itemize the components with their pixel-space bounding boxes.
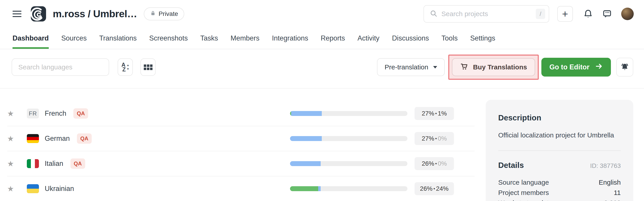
language-row-italian[interactable]: ★ Italian QA 26%•0% [7, 151, 474, 176]
dot-separator: • [435, 111, 437, 116]
pre-translation-dropdown[interactable]: Pre-translation [377, 58, 445, 76]
divider [498, 150, 621, 151]
languages-toolbar: AZ ▲▼ Pre-translation Buy Translations [0, 49, 644, 89]
grid-view-button[interactable] [140, 58, 156, 76]
tab-members[interactable]: Members [230, 28, 260, 49]
tab-integrations[interactable]: Integrations [272, 28, 308, 49]
qa-issues-badge[interactable]: QA [70, 158, 85, 169]
tab-tools[interactable]: Tools [442, 28, 458, 49]
hamburger-menu-icon[interactable] [12, 10, 22, 18]
favorite-star-icon[interactable]: ★ [7, 184, 16, 193]
tab-dashboard[interactable]: Dashboard [12, 28, 49, 49]
buy-translations-button[interactable]: Buy Translations [452, 58, 535, 76]
privacy-badge: Private [144, 8, 184, 20]
sort-alphabetical-button[interactable]: AZ ▲▼ [118, 58, 133, 76]
language-name[interactable]: French [45, 109, 66, 117]
language-code-badge: FR [27, 109, 39, 118]
language-row-ukrainian[interactable]: ★ Ukrainian 26%•24% [7, 176, 474, 201]
approved-percent: 0% [438, 135, 447, 142]
tab-sources[interactable]: Sources [61, 28, 87, 49]
tab-activity[interactable]: Activity [358, 28, 380, 49]
language-row-french[interactable]: ★ FR French QA 27%•1% [7, 101, 474, 126]
notifications-bell-icon[interactable] [583, 9, 593, 19]
tab-settings[interactable]: Settings [470, 28, 495, 49]
project-search[interactable]: / [424, 5, 549, 23]
arrow-right-icon [595, 62, 603, 72]
translated-progress-segment [318, 186, 321, 191]
translated-percent: 26% [420, 185, 432, 192]
detail-row-source-language: Source languageEnglish [498, 177, 621, 187]
translated-progress-segment [290, 161, 321, 166]
project-id: ID: 387763 [590, 162, 621, 169]
language-name[interactable]: Ukrainian [45, 185, 74, 193]
sort-az-icon: AZ ▲▼ [121, 62, 129, 72]
cart-icon [460, 62, 468, 72]
progress-stats-badge: 27%•0% [414, 132, 454, 145]
dot-separator: • [435, 136, 437, 141]
search-languages-input[interactable] [12, 58, 109, 76]
details-rows: Source languageEnglish Project members11… [498, 177, 621, 201]
language-list: ★ FR French QA 27%•1% ★ German QA [7, 89, 474, 201]
favorite-star-icon[interactable]: ★ [7, 159, 16, 168]
privacy-badge-label: Private [158, 10, 178, 18]
search-projects-input[interactable] [442, 10, 532, 18]
top-bar-actions: / + [424, 5, 634, 23]
crowdin-project-dashboard: m.ross / Umbrel… Private / + [0, 0, 644, 201]
translation-progress-bar [290, 136, 408, 141]
translation-progress-bar [290, 186, 408, 191]
details-title: Details [498, 161, 524, 170]
progress-stats-badge: 26%•0% [414, 157, 454, 170]
qa-issues-badge[interactable]: QA [77, 133, 92, 144]
dot-separator: • [433, 186, 435, 191]
announcements-button[interactable] [616, 58, 633, 77]
translated-progress-segment [291, 111, 322, 116]
tab-discussions[interactable]: Discussions [392, 28, 429, 49]
grid-view-icon [144, 65, 152, 70]
search-icon [430, 10, 438, 18]
user-avatar[interactable] [621, 8, 634, 20]
translated-percent: 27% [422, 110, 434, 117]
tab-translations[interactable]: Translations [99, 28, 137, 49]
description-text: Official localization project for Umbrel… [498, 130, 621, 140]
annotation-highlight-box: Buy Translations [448, 55, 539, 80]
tab-screenshots[interactable]: Screenshots [149, 28, 188, 49]
project-tabs: Dashboard Sources Translations Screensho… [0, 28, 644, 49]
translated-progress-segment [290, 136, 322, 141]
translation-progress-bar [290, 161, 408, 166]
language-name[interactable]: Italian [45, 160, 63, 168]
search-shortcut-key: / [536, 9, 545, 19]
approved-progress-segment [290, 186, 318, 191]
favorite-star-icon[interactable]: ★ [7, 109, 16, 118]
tab-reports[interactable]: Reports [321, 28, 345, 49]
detail-row-words-to-translate: Words to translate2 898 [498, 198, 621, 201]
language-name[interactable]: German [45, 134, 70, 143]
dot-separator: • [435, 161, 437, 166]
project-info-panel: Description Official localization projec… [486, 100, 633, 201]
go-to-editor-button[interactable]: Go to Editor [541, 58, 611, 77]
qa-issues-badge[interactable]: QA [73, 108, 88, 119]
create-project-button[interactable]: + [557, 6, 573, 22]
progress-stats-badge: 26%•24% [414, 182, 454, 195]
project-breadcrumb-title[interactable]: m.ross / Umbrel… [53, 8, 137, 20]
lock-icon [150, 10, 156, 18]
crowdin-logo-icon[interactable] [31, 6, 46, 22]
description-title: Description [498, 113, 621, 122]
favorite-star-icon[interactable]: ★ [7, 134, 16, 143]
translation-progress-bar [290, 111, 408, 116]
translated-percent: 27% [422, 135, 434, 142]
flag-ukraine-icon [27, 184, 39, 193]
top-bar: m.ross / Umbrel… Private / + [0, 0, 644, 28]
dashboard-content: ★ FR French QA 27%•1% ★ German QA [0, 89, 644, 201]
detail-row-project-members: Project members11 [498, 187, 621, 198]
tab-tasks[interactable]: Tasks [200, 28, 218, 49]
translated-percent: 26% [422, 160, 434, 167]
progress-stats-badge: 27%•1% [414, 107, 454, 120]
messages-chat-icon[interactable] [602, 9, 612, 19]
ringing-bell-icon [620, 62, 630, 72]
chevron-down-icon [433, 66, 437, 69]
approved-percent: 24% [436, 185, 448, 192]
flag-italy-icon [27, 159, 39, 168]
toolbar-actions: Pre-translation Buy Translations Go to E… [377, 55, 633, 80]
approved-percent: 0% [438, 160, 447, 167]
language-row-german[interactable]: ★ German QA 27%•0% [7, 126, 474, 151]
